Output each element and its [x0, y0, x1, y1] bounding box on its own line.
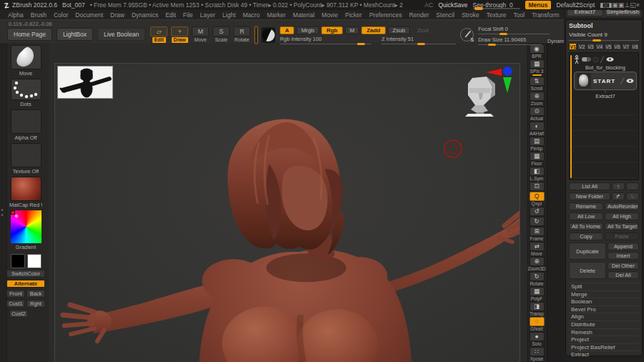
window-icon-copy-doc-icon[interactable]: ▣: [612, 1, 618, 9]
subtool-section[interactable]: Align: [569, 313, 639, 321]
menu-item[interactable]: File: [181, 11, 195, 19]
see-through-handle[interactable]: [474, 7, 483, 10]
delete-button[interactable]: Delete: [569, 262, 606, 279]
subtool-tab[interactable]: V7: [622, 43, 630, 50]
cust1-button[interactable]: Cust1: [6, 300, 25, 308]
all-to-target-button[interactable]: All To Target: [605, 222, 639, 230]
paint-chip-zcut-toggle[interactable]: Zcut: [412, 26, 434, 34]
autoreorder-button[interactable]: AutoReorder: [605, 202, 639, 210]
menu-item[interactable]: Transform: [530, 11, 561, 19]
copy-button[interactable]: Copy: [569, 233, 603, 240]
subtool-empty-row[interactable]: [574, 162, 637, 178]
shelf-item-qxyz[interactable]: Q Qxyz: [530, 192, 545, 206]
alpha-thumb[interactable]: [11, 109, 42, 134]
list-all-button[interactable]: List All: [569, 182, 610, 190]
shelf-item-persp[interactable]: ▤ Persp: [530, 137, 545, 151]
rename-button[interactable]: Rename: [569, 202, 603, 210]
shelf-item-xpose[interactable]: ∷ Xpose: [530, 347, 545, 361]
subtool-section[interactable]: Project: [569, 336, 639, 343]
see-through-slider[interactable]: See-through 0: [473, 3, 520, 9]
del-all-button[interactable]: Del All: [608, 271, 639, 279]
subtool-scrollbar[interactable]: [570, 55, 572, 178]
menu-item[interactable]: Light: [220, 11, 238, 19]
shelf-item-zoom3d[interactable]: ⊕ Zoom3D: [528, 257, 546, 271]
axis-y-icon[interactable]: [503, 77, 512, 93]
subtool-section[interactable]: Boolean: [569, 298, 639, 305]
menu-item[interactable]: Stroke: [459, 11, 482, 19]
menu-item[interactable]: Draw: [108, 11, 127, 19]
draw-size-slider[interactable]: Draw Size 11.90465: [478, 37, 542, 45]
insert-button[interactable]: Insert: [608, 252, 639, 260]
subtool-list[interactable]: ╱ Bot_for_blocking START ╱ ↑ Extrac: [569, 52, 639, 180]
subtool-tab[interactable]: V3: [587, 43, 595, 50]
menu-item[interactable]: Edit: [163, 11, 178, 19]
append-button[interactable]: Append: [608, 243, 639, 250]
shelf-item-lsym[interactable]: ◧ L.Sym: [530, 167, 545, 181]
shelf-item-polyf[interactable]: ▦ PolyF: [530, 287, 545, 301]
folder-eye-icon[interactable]: [606, 57, 614, 62]
menu-item[interactable]: Document: [73, 11, 105, 19]
subtool-title[interactable]: Subtool: [569, 22, 639, 29]
subtool-tab[interactable]: V5: [605, 43, 613, 50]
subtool-empty-row[interactable]: [574, 147, 637, 162]
tray-divider[interactable]: ◂◂: [0, 43, 7, 362]
secondary-color-swatch[interactable]: [27, 254, 42, 268]
menu-item[interactable]: Dynamics: [130, 11, 160, 19]
color-picker[interactable]: [11, 210, 42, 243]
shelf-item-spin-l[interactable]: ↺: [530, 207, 545, 216]
subtool-folder-name[interactable]: Bot_for_blocking: [574, 64, 637, 71]
subtool-empty-row[interactable]: [574, 131, 637, 147]
mode-button-rotate-mode[interactable]: R Rotate: [233, 26, 251, 43]
subtool-tab[interactable]: V1: [569, 43, 577, 50]
paste-button[interactable]: Paste: [605, 233, 639, 240]
subtool-tab[interactable]: V4: [595, 43, 603, 50]
mode-button-edit-mode[interactable]: ▱ Edit: [150, 26, 168, 43]
back-button[interactable]: Back: [26, 290, 45, 298]
paint-chip-m-toggle[interactable]: M: [345, 26, 360, 34]
all-low-button[interactable]: All Low: [569, 212, 603, 220]
move-in-button[interactable]: ↳: [626, 192, 639, 200]
subtool-empty-row[interactable]: [574, 99, 637, 115]
switch-color-button[interactable]: SwitchColor: [6, 270, 45, 278]
menu-item[interactable]: Movie: [320, 11, 341, 19]
menu-item[interactable]: Texture: [484, 11, 509, 19]
folder-toggle-icon[interactable]: [582, 57, 591, 62]
shelf-item-move3d[interactable]: ⇄ Move: [530, 242, 545, 256]
stroke-thumb[interactable]: [11, 79, 42, 100]
shelf-item-lock[interactable]: ⊡: [530, 182, 545, 191]
shelf-item-spin-r[interactable]: ↻: [530, 217, 545, 226]
window-icon-close-icon[interactable]: ×: [636, 1, 640, 9]
paint-chip-zadd-toggle[interactable]: Zadd: [361, 26, 385, 34]
shelf-item-scroll[interactable]: ⇅ Scroll: [530, 77, 545, 91]
lightbox-button[interactable]: LightBox: [57, 28, 93, 41]
paint-chip-zsub-toggle[interactable]: Zsub: [388, 26, 411, 34]
subtool-section[interactable]: Remesh: [569, 328, 639, 336]
shelf-item-bpr[interactable]: ◉ BPR: [530, 44, 545, 59]
rght-button[interactable]: Rght: [26, 300, 45, 308]
menu-item[interactable]: Stencil: [434, 11, 457, 19]
subtool-section[interactable]: Merge: [569, 290, 639, 298]
shelf-item-floor[interactable]: ▦ Floor: [530, 152, 545, 166]
new-folder-button[interactable]: New Folder: [569, 192, 610, 200]
shelf-item-spix[interactable]: ▦ SPix 3: [530, 59, 545, 76]
menu-item[interactable]: Layer: [198, 11, 218, 19]
material-thumb[interactable]: [11, 177, 42, 201]
alternate-button[interactable]: Alternate: [6, 280, 45, 288]
shelf-item-transp[interactable]: ◨ Transp: [530, 302, 545, 316]
subtool-section[interactable]: Distribute: [569, 321, 639, 328]
subtool-edit-icon[interactable]: ╱: [620, 78, 624, 84]
paint-chip-mrgb-toggle[interactable]: Mrgb: [296, 26, 319, 34]
front-button[interactable]: Front: [6, 290, 25, 298]
shelf-item-solo[interactable]: ● Solo: [530, 332, 545, 346]
document-area[interactable]: [54, 63, 520, 362]
current-material-thumb[interactable]: [255, 27, 257, 43]
menus-button[interactable]: Menus: [525, 1, 552, 9]
quicksave-button[interactable]: QuickSave: [438, 1, 467, 9]
canvas[interactable]: [49, 43, 527, 362]
shelf-item-frame[interactable]: ⊞ Frame: [530, 227, 545, 241]
move-up-button[interactable]: ↑: [612, 182, 625, 190]
mode-button-scale-mode[interactable]: S Scale: [212, 26, 230, 43]
all-to-home-button[interactable]: All To Home: [569, 222, 603, 230]
stroke-s-icon[interactable]: S: [460, 28, 474, 41]
menu-item[interactable]: Material: [291, 11, 316, 19]
